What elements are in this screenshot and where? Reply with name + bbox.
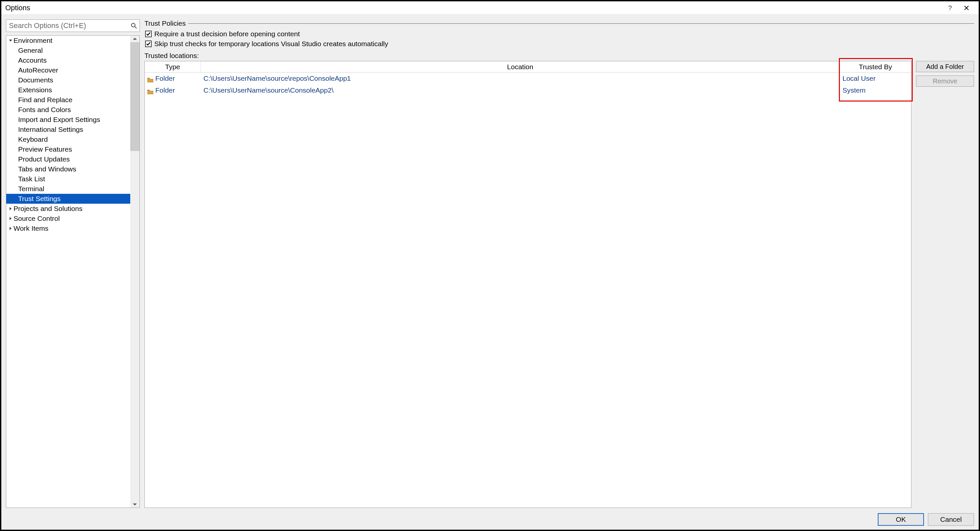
options-tree: Environment GeneralAccountsAutoRecoverDo… (6, 35, 140, 508)
expander-open-icon (8, 39, 13, 42)
ok-button[interactable]: OK (878, 513, 924, 526)
tree-node-find-and-replace[interactable]: Find and Replace (6, 95, 130, 105)
tree-node-international-settings[interactable]: International Settings (6, 125, 130, 135)
tree-node-general[interactable]: General (6, 46, 130, 56)
tree-label: Terminal (18, 185, 44, 193)
ok-label: OK (896, 515, 906, 523)
tree-label: Trust Settings (18, 195, 60, 203)
tree-label: International Settings (18, 126, 83, 134)
trusted-locations-table[interactable]: Type Location Trusted By FolderC:\Users\… (145, 61, 912, 508)
tree-node-source-control[interactable]: Source Control (6, 214, 130, 224)
cell-type: Folder (145, 86, 201, 94)
close-button[interactable] (958, 3, 975, 13)
table-row[interactable]: FolderC:\Users\UserName\source\repos\Con… (145, 73, 911, 84)
col-header-location[interactable]: Location (201, 61, 840, 72)
tree-node-tabs-and-windows[interactable]: Tabs and Windows (6, 164, 130, 174)
tree-viewport: Environment GeneralAccountsAutoRecoverDo… (6, 36, 130, 507)
tree-label: Accounts (18, 56, 46, 64)
title-bar: Options ? (1, 1, 979, 15)
checkbox-label: Skip trust checks for temporary location… (154, 40, 388, 48)
window-title: Options (5, 4, 942, 12)
tree-node-work-items[interactable]: Work Items (6, 224, 130, 234)
scroll-thumb[interactable] (130, 42, 140, 151)
tree-node-preview-features[interactable]: Preview Features (6, 145, 130, 154)
check-icon (146, 32, 151, 36)
group-header: Trust Policies (145, 19, 974, 27)
tree-label: Import and Export Settings (18, 116, 100, 124)
tree-label: Find and Replace (18, 96, 73, 104)
tree-node-keyboard[interactable]: Keyboard (6, 135, 130, 145)
tree-label: Work Items (14, 224, 48, 232)
cell-location: C:\Users\UserName\source\ConsoleApp2\ (201, 86, 840, 94)
chevron-down-icon (133, 502, 137, 506)
add-folder-button[interactable]: Add a Folder (916, 61, 974, 72)
chevron-up-icon (133, 37, 137, 41)
add-folder-label: Add a Folder (926, 63, 964, 70)
tree-label: Keyboard (18, 135, 48, 143)
tree-node-fonts-and-colors[interactable]: Fonts and Colors (6, 105, 130, 115)
tree-label: Fonts and Colors (18, 106, 71, 114)
tree-label: Projects and Solutions (14, 205, 83, 213)
svg-point-0 (132, 24, 135, 27)
tree-label: Tabs and Windows (18, 165, 76, 173)
tree-node-environment[interactable]: Environment (6, 36, 130, 46)
scroll-down-button[interactable] (130, 501, 140, 507)
dialog-body: Environment GeneralAccountsAutoRecoverDo… (1, 15, 979, 530)
tree-node-autorecover[interactable]: AutoRecover (6, 65, 130, 75)
search-icon (130, 22, 137, 29)
folder-icon (147, 88, 153, 92)
tree-label: Task List (18, 175, 45, 183)
tree-node-terminal[interactable]: Terminal (6, 184, 130, 194)
search-input[interactable] (6, 20, 140, 32)
checkbox-require-trust[interactable] (145, 31, 152, 37)
table-buttons: Add a Folder Remove (916, 61, 974, 87)
tree-label: Product Updates (18, 155, 70, 163)
tree-node-import-and-export-settings[interactable]: Import and Export Settings (6, 115, 130, 125)
col-header-trusted-by[interactable]: Trusted By (840, 61, 911, 72)
checkbox-skip-temp[interactable] (145, 41, 152, 47)
main-row: Environment GeneralAccountsAutoRecoverDo… (6, 19, 974, 508)
cancel-button[interactable]: Cancel (928, 513, 974, 526)
tree-node-projects-and-solutions[interactable]: Projects and Solutions (6, 204, 130, 214)
col-header-type[interactable]: Type (145, 61, 201, 72)
help-button[interactable]: ? (942, 3, 958, 13)
remove-label: Remove (933, 78, 957, 85)
tree-label: Environment (14, 37, 52, 45)
type-text: Folder (155, 75, 175, 83)
cell-trusted-by: System (840, 86, 911, 94)
remove-button[interactable]: Remove (916, 75, 974, 87)
check-icon (146, 41, 151, 46)
left-column: Environment GeneralAccountsAutoRecoverDo… (6, 19, 140, 508)
scroll-up-button[interactable] (130, 36, 140, 42)
trusted-locations-label: Trusted locations: (145, 52, 974, 60)
cell-trusted-by: Local User (840, 75, 911, 83)
tree-node-task-list[interactable]: Task List (6, 174, 130, 184)
tree-node-trust-settings[interactable]: Trust Settings (6, 194, 130, 204)
cell-type: Folder (145, 75, 201, 83)
cancel-label: Cancel (940, 515, 961, 523)
expander-closed-icon (8, 217, 13, 220)
folder-icon (147, 76, 153, 81)
tree-scrollbar[interactable] (130, 36, 140, 507)
table-header: Type Location Trusted By (145, 61, 911, 73)
checkbox-row-skip-temp[interactable]: Skip trust checks for temporary location… (145, 40, 974, 48)
tree-node-product-updates[interactable]: Product Updates (6, 154, 130, 164)
checkbox-row-require-trust[interactable]: Require a trust decision before opening … (145, 30, 974, 38)
table-row[interactable]: FolderC:\Users\UserName\source\ConsoleAp… (145, 84, 911, 96)
svg-line-1 (135, 27, 137, 29)
group-title: Trust Policies (145, 19, 186, 27)
search-box[interactable] (6, 19, 140, 32)
checkbox-label: Require a trust decision before opening … (154, 30, 300, 38)
close-icon (964, 5, 969, 11)
cell-location: C:\Users\UserName\source\repos\ConsoleAp… (201, 75, 840, 83)
type-text: Folder (155, 86, 175, 94)
tree-label: Extensions (18, 86, 52, 94)
expander-closed-icon (8, 227, 13, 230)
options-dialog: Options ? (0, 0, 980, 531)
tree-label: General (18, 46, 43, 54)
dialog-footer: OK Cancel (6, 511, 974, 526)
tree-node-documents[interactable]: Documents (6, 75, 130, 85)
right-panel: Trust Policies Require a trust decision … (145, 19, 974, 508)
tree-node-extensions[interactable]: Extensions (6, 85, 130, 95)
tree-node-accounts[interactable]: Accounts (6, 56, 130, 65)
